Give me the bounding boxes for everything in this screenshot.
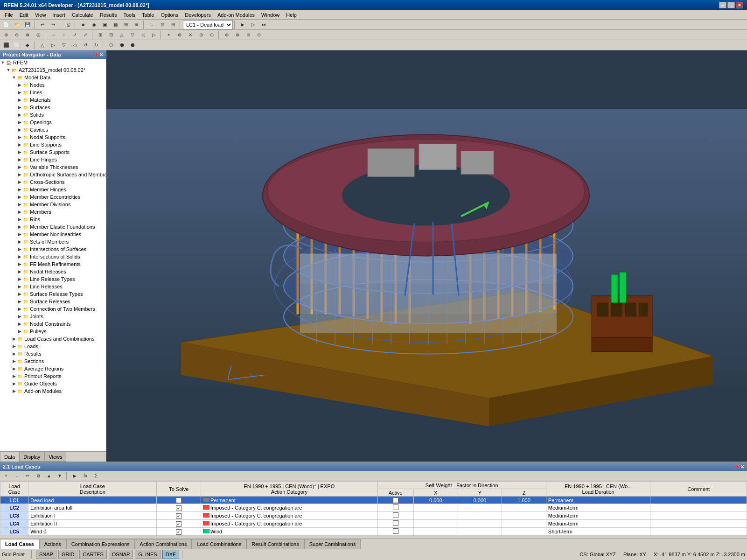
checkbox-sw-active[interactable] xyxy=(393,497,398,503)
tb3-b10[interactable]: ⬡ xyxy=(106,41,116,50)
glines-button[interactable]: GLINES xyxy=(135,550,160,559)
tb3-b4[interactable]: △ xyxy=(37,41,48,50)
dxf-button[interactable]: DXF xyxy=(162,550,179,559)
cell-sw-active[interactable] xyxy=(377,497,413,504)
tree-item-rfem[interactable]: ▼🏠RFEM xyxy=(0,59,106,66)
tb-b1[interactable]: ■ xyxy=(78,20,88,29)
expander-nodalconstraints[interactable]: ▶ xyxy=(17,321,22,327)
menu-table[interactable]: Table xyxy=(139,12,157,18)
tb2-b10[interactable]: ⌖ xyxy=(164,30,174,40)
tb-b9[interactable]: ⊟ xyxy=(168,20,178,29)
tab-load-combinations[interactable]: Load Combinations xyxy=(192,539,246,549)
tree-item-memberelastic[interactable]: ▶📁Member Elastic Foundations xyxy=(0,223,106,231)
bt-fx[interactable]: fx xyxy=(80,471,91,481)
menu-calculate[interactable]: Calculate xyxy=(69,12,96,18)
tree-item-members[interactable]: ▶📁Members xyxy=(0,208,106,216)
tab-combination-expressions[interactable]: Combination Expressions xyxy=(66,539,135,549)
tb2-b2[interactable]: ⊖ xyxy=(12,30,22,40)
tree-item-variablethick[interactable]: ▶📁Variable Thicknesses xyxy=(0,163,106,171)
tb2-b13[interactable]: ⊘ xyxy=(196,30,206,40)
tree-item-linesupports[interactable]: ▶📁Line Supports xyxy=(0,141,106,148)
expander-lines[interactable]: ▶ xyxy=(17,90,22,95)
cell-sw-active[interactable] xyxy=(377,512,413,520)
menu-developers[interactable]: Developers xyxy=(182,12,214,18)
tree-item-crosssections[interactable]: ▶📁Cross-Sections xyxy=(0,178,106,186)
menu-help[interactable]: Help xyxy=(283,12,300,18)
tb-b3[interactable]: ▣ xyxy=(99,20,110,29)
tab-action-combinations[interactable]: Action Combinations xyxy=(135,539,192,549)
menu-options[interactable]: Options xyxy=(158,12,181,18)
tb-calc2[interactable]: ▷ xyxy=(248,20,258,29)
tree-item-linehinges[interactable]: ▶📁Line Hinges xyxy=(0,156,106,163)
tree-item-pulleys[interactable]: ▶📁Pulleys xyxy=(0,328,106,335)
expander-ribs[interactable]: ▶ xyxy=(17,217,22,222)
tb2-snap4[interactable]: ▽ xyxy=(127,30,138,40)
tb2-b16[interactable]: ⊛ xyxy=(232,30,243,40)
tb-b7[interactable]: ≈ xyxy=(147,20,157,29)
menu-window[interactable]: Window xyxy=(258,12,282,18)
expander-guideobjects[interactable]: ▶ xyxy=(11,381,17,386)
tb3-b7[interactable]: ◁ xyxy=(70,41,80,50)
bt-del[interactable]: - xyxy=(12,471,22,481)
tree-item-intersectsolid[interactable]: ▶📁Intersections of Solids xyxy=(0,253,106,260)
tree-item-openings[interactable]: ▶📁Openings xyxy=(0,119,106,126)
menu-file[interactable]: File xyxy=(2,12,16,18)
cell-to-solve[interactable] xyxy=(157,528,201,536)
table-row[interactable]: LC5Wind 0WindShort-term xyxy=(0,528,747,536)
tree-item-lines[interactable]: ▶📁Lines xyxy=(0,89,106,96)
tb2-b11[interactable]: ⊕ xyxy=(175,30,185,40)
expander-linereleasetypes[interactable]: ▶ xyxy=(17,276,22,282)
tb3-b2[interactable]: ⬜ xyxy=(12,41,22,50)
tree-item-linereleasetypes[interactable]: ▶📁Line Release Types xyxy=(0,275,106,283)
tree-item-materials[interactable]: ▶📁Materials xyxy=(0,96,106,104)
tree-item-linereleases[interactable]: ▶📁Line Releases xyxy=(0,283,106,290)
tb2-b6[interactable]: ↑ xyxy=(59,30,69,40)
expander-intersectsolid[interactable]: ▶ xyxy=(17,254,22,259)
tree-item-nodalsupports[interactable]: ▶📁Nodal Supports xyxy=(0,133,106,141)
bt-up[interactable]: ▲ xyxy=(44,471,54,481)
expander-rfem[interactable]: ▼ xyxy=(0,60,6,65)
cell-to-solve[interactable] xyxy=(157,504,201,512)
tb-undo[interactable]: ↩ xyxy=(37,20,48,29)
tree-item-surfreleases[interactable]: ▶📁Surface Releases xyxy=(0,298,106,305)
expander-orthotropic[interactable]: ▶ xyxy=(17,172,22,177)
expander-loads[interactable]: ▶ xyxy=(11,343,17,349)
expander-memberdivisions[interactable]: ▶ xyxy=(17,202,22,207)
checkbox-solve[interactable] xyxy=(176,497,182,503)
table-row[interactable]: LC2Exhibition area fullImposed - Categor… xyxy=(0,504,747,512)
tb2-snap1[interactable]: ⊞ xyxy=(95,30,105,40)
tree-item-nodalconstraints[interactable]: ▶📁Nodal Constraints xyxy=(0,320,106,328)
expander-nodes[interactable]: ▶ xyxy=(17,82,22,88)
tree-item-connectiontwomembers[interactable]: ▶📁Connection of Two Members xyxy=(0,305,106,313)
expander-femesh[interactable]: ▶ xyxy=(17,261,22,267)
cell-to-solve[interactable] xyxy=(157,512,201,520)
bt-down[interactable]: ▼ xyxy=(55,471,65,481)
tree-item-model[interactable]: ▼📂A2T231015_model 00.08.02* xyxy=(0,66,106,74)
expander-crosssections[interactable]: ▶ xyxy=(17,179,22,185)
expander-memberhinges[interactable]: ▶ xyxy=(17,187,22,192)
tb2-b4[interactable]: ◎ xyxy=(33,30,43,40)
checkbox-sw-active[interactable] xyxy=(393,528,398,534)
expander-surfacesupports[interactable]: ▶ xyxy=(17,149,22,155)
tree-item-memberhinges[interactable]: ▶📁Member Hinges xyxy=(0,186,106,193)
expander-intersectsurf[interactable]: ▶ xyxy=(17,246,22,252)
expander-addonmodules[interactable]: ▶ xyxy=(11,388,17,394)
tree-item-addonmodules[interactable]: ▶📁Add-on Modules xyxy=(0,387,106,395)
expander-modeldata[interactable]: ▼ xyxy=(11,75,17,80)
tree-item-ribs[interactable]: ▶📁Ribs xyxy=(0,216,106,223)
expander-connectiontwomembers[interactable]: ▶ xyxy=(17,306,22,312)
expander-loadcases[interactable]: ▶ xyxy=(11,336,17,342)
tree-item-joints[interactable]: ▶📁Joints xyxy=(0,313,106,320)
table-row[interactable]: LC1Dead loadPermanent0.0000.0001.000Perm… xyxy=(0,497,747,504)
bt-copy[interactable]: ⧉ xyxy=(33,471,43,481)
maximize-button[interactable]: □ xyxy=(727,2,735,8)
close-button[interactable]: ✕ xyxy=(736,2,743,8)
expander-members[interactable]: ▶ xyxy=(17,209,22,215)
checkbox-solve[interactable] xyxy=(176,505,182,511)
load-case-selector[interactable]: LC1 - Dead load xyxy=(183,20,233,29)
expander-model[interactable]: ▼ xyxy=(6,67,11,73)
bottom-panel-pin[interactable]: 📌 xyxy=(734,464,740,469)
tb2-b3[interactable]: ⊗ xyxy=(22,30,33,40)
menu-insert[interactable]: Insert xyxy=(49,12,68,18)
tab-load-cases[interactable]: Load Cases xyxy=(0,539,39,549)
